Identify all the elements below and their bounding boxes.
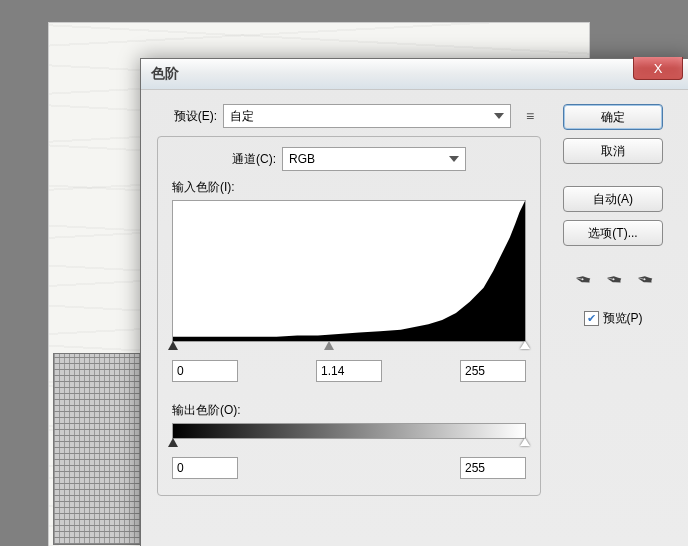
options-button[interactable]: 选项(T)...	[563, 220, 663, 246]
output-levels-label: 输出色阶(O):	[172, 402, 526, 419]
channel-value: RGB	[289, 152, 315, 166]
auto-button[interactable]: 自动(A)	[563, 186, 663, 212]
chevron-down-icon	[449, 156, 459, 162]
preset-label: 预设(E):	[157, 108, 217, 125]
white-point-handle[interactable]	[520, 341, 530, 349]
ok-button[interactable]: 确定	[563, 104, 663, 130]
preset-row: 预设(E): 自定 ≡	[157, 104, 541, 128]
left-panel: 预设(E): 自定 ≡ 通道(C): RGB 输入色阶(I):	[157, 104, 541, 533]
titlebar[interactable]: 色阶 X	[141, 59, 688, 90]
midtone-handle[interactable]	[324, 341, 334, 350]
input-value-row: 0 1.14 255	[172, 360, 526, 382]
output-slider[interactable]	[172, 439, 526, 451]
output-black-field[interactable]: 0	[172, 457, 238, 479]
preset-value: 自定	[230, 108, 254, 125]
input-gamma-field[interactable]: 1.14	[316, 360, 382, 382]
right-panel: 确定 取消 自动(A) 选项(T)... ✒ ✒ ✒ ✔ 预览(P)	[553, 104, 673, 533]
dialog-body: 预设(E): 自定 ≡ 通道(C): RGB 输入色阶(I):	[141, 90, 688, 546]
preset-dropdown[interactable]: 自定	[223, 104, 511, 128]
dialog-title: 色阶	[151, 65, 179, 83]
preset-menu-icon[interactable]: ≡	[519, 108, 541, 124]
output-white-handle[interactable]	[520, 438, 530, 446]
levels-group: 通道(C): RGB 输入色阶(I):	[157, 136, 541, 496]
preview-checkbox[interactable]: ✔	[584, 311, 599, 326]
chevron-down-icon	[494, 113, 504, 119]
input-white-field[interactable]: 255	[460, 360, 526, 382]
black-point-handle[interactable]	[168, 341, 178, 350]
levels-dialog: 色阶 X 预设(E): 自定 ≡ 通道(C): RGB	[140, 58, 688, 546]
output-black-handle[interactable]	[168, 438, 178, 447]
cancel-button[interactable]: 取消	[563, 138, 663, 164]
channel-row: 通道(C): RGB	[172, 147, 526, 171]
output-white-field[interactable]: 255	[460, 457, 526, 479]
close-button[interactable]: X	[633, 57, 683, 80]
input-slider[interactable]	[172, 342, 526, 354]
eyedropper-white-icon[interactable]: ✒	[634, 267, 655, 294]
close-icon: X	[654, 61, 663, 76]
svg-marker-0	[173, 201, 525, 341]
eyedropper-black-icon[interactable]: ✒	[572, 267, 593, 294]
eyedropper-gray-icon[interactable]: ✒	[603, 267, 624, 294]
channel-dropdown[interactable]: RGB	[282, 147, 466, 171]
histogram	[172, 200, 526, 342]
channel-label: 通道(C):	[232, 151, 276, 168]
output-gradient	[172, 423, 526, 439]
output-value-row: 0 255	[172, 457, 526, 479]
input-levels-label: 输入色阶(I):	[172, 179, 526, 196]
input-black-field[interactable]: 0	[172, 360, 238, 382]
eyedropper-row: ✒ ✒ ✒	[574, 268, 653, 292]
preview-row[interactable]: ✔ 预览(P)	[584, 310, 643, 327]
preview-label: 预览(P)	[603, 310, 643, 327]
